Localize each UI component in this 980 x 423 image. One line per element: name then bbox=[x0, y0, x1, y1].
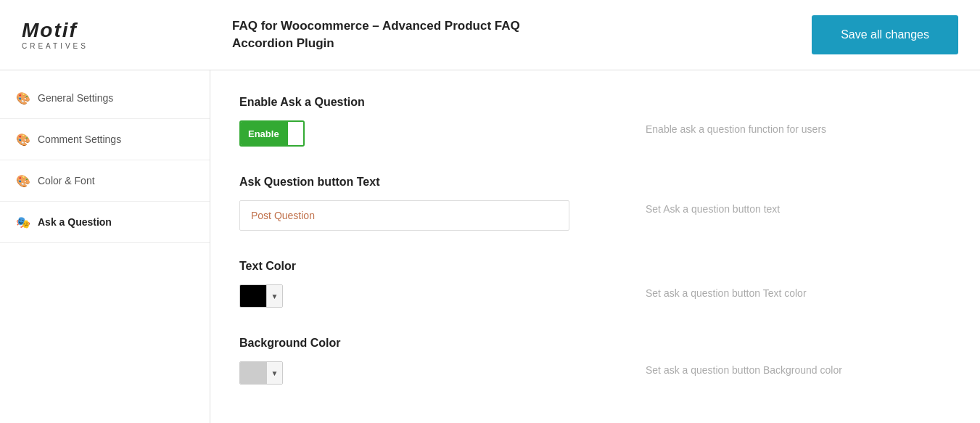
bg-color-description: Set ask a question button Background col… bbox=[602, 361, 951, 376]
sidebar-item-comment-settings[interactable]: 🎨 Comment Settings bbox=[0, 119, 210, 160]
toggle-knob bbox=[287, 122, 303, 145]
button-text-description: Set Ask a question button text bbox=[602, 200, 951, 215]
enable-ask-question-title: Enable Ask a Question bbox=[239, 96, 951, 109]
text-color-row: ▼ Set ask a question button Text color bbox=[239, 284, 951, 308]
text-color-swatch bbox=[240, 285, 266, 307]
sidebar-item-general-settings[interactable]: 🎨 General Settings bbox=[0, 78, 210, 119]
sidebar-item-label: General Settings bbox=[38, 92, 113, 104]
toggle-label: Enable bbox=[241, 122, 287, 145]
sidebar-item-color-font[interactable]: 🎨 Color & Font bbox=[0, 160, 210, 202]
text-color-section: Text Color ▼ Set ask a question button T… bbox=[239, 260, 951, 308]
text-color-picker[interactable]: ▼ bbox=[239, 284, 283, 308]
text-color-description: Set ask a question button Text color bbox=[602, 284, 951, 299]
text-color-arrow: ▼ bbox=[266, 285, 282, 307]
sidebar-item-label: Comment Settings bbox=[38, 134, 121, 145]
text-color-title: Text Color bbox=[239, 260, 951, 273]
main-content: 🎨 General Settings 🎨 Comment Settings 🎨 … bbox=[0, 70, 980, 423]
page-title: FAQ for Woocommerce – Advanced Product F… bbox=[232, 17, 812, 52]
button-text-section: Ask Question button Text Set Ask a quest… bbox=[239, 176, 951, 231]
color-picker-control: ▼ bbox=[239, 284, 602, 308]
button-text-row: Set Ask a question button text bbox=[239, 200, 951, 231]
bg-color-picker[interactable]: ▼ bbox=[239, 361, 283, 385]
bg-color-swatch bbox=[240, 362, 266, 384]
enable-ask-question-section: Enable Ask a Question Enable Enable ask … bbox=[239, 96, 951, 147]
bg-color-title: Background Color bbox=[239, 337, 951, 350]
sidebar-item-ask-a-question[interactable]: 🎭 Ask a Question bbox=[0, 202, 210, 243]
enable-ask-question-row: Enable Enable ask a question function fo… bbox=[239, 120, 951, 147]
sidebar-item-label: Ask a Question bbox=[38, 216, 112, 228]
header-title-area: FAQ for Woocommerce – Advanced Product F… bbox=[210, 17, 812, 52]
button-text-input[interactable] bbox=[239, 200, 569, 231]
text-input-control bbox=[239, 200, 602, 231]
masks-icon: 🎭 bbox=[16, 215, 30, 229]
toggle-control: Enable bbox=[239, 120, 602, 147]
sidebar: 🎨 General Settings 🎨 Comment Settings 🎨 … bbox=[0, 70, 210, 423]
palette-icon: 🎨 bbox=[16, 91, 30, 105]
enable-toggle[interactable]: Enable bbox=[239, 120, 305, 147]
logo-motif: Motif bbox=[22, 20, 78, 41]
content-area: Enable Ask a Question Enable Enable ask … bbox=[210, 70, 980, 423]
header: Motif CREATIVES FAQ for Woocommerce – Ad… bbox=[0, 0, 980, 70]
bg-color-picker-control: ▼ bbox=[239, 361, 602, 385]
logo: Motif CREATIVES bbox=[22, 20, 210, 50]
bg-color-arrow: ▼ bbox=[266, 362, 282, 384]
logo-creatives: CREATIVES bbox=[22, 42, 88, 50]
bg-color-section: Background Color ▼ Set ask a question bu… bbox=[239, 337, 951, 385]
save-all-changes-button[interactable]: Save all changes bbox=[812, 15, 958, 54]
bg-color-row: ▼ Set ask a question button Background c… bbox=[239, 361, 951, 385]
button-text-title: Ask Question button Text bbox=[239, 176, 951, 189]
palette-icon-3: 🎨 bbox=[16, 173, 30, 188]
sidebar-item-label: Color & Font bbox=[38, 175, 95, 186]
logo-area: Motif CREATIVES bbox=[22, 20, 210, 50]
palette-icon-2: 🎨 bbox=[16, 132, 30, 147]
enable-ask-question-description: Enable ask a question function for users bbox=[602, 120, 951, 135]
